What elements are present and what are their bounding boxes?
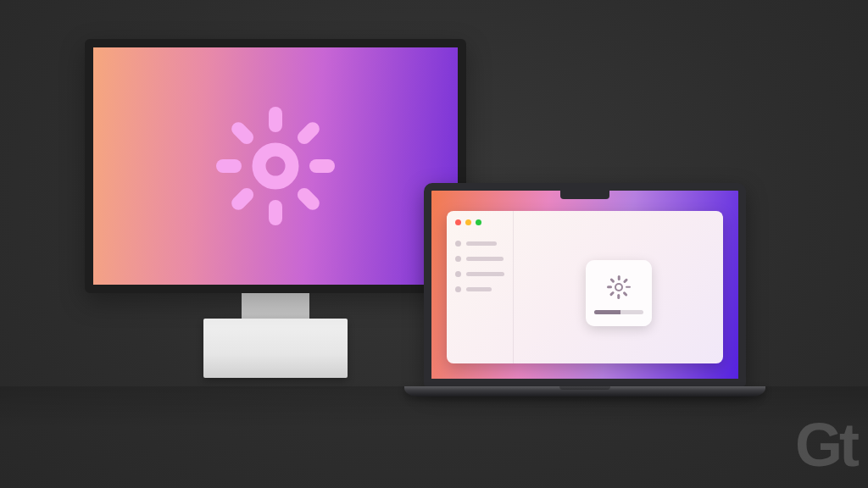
sidebar-item[interactable] xyxy=(455,256,504,262)
laptop-notch xyxy=(560,191,609,199)
brightness-icon xyxy=(604,273,633,302)
laptop xyxy=(424,183,765,396)
sidebar-item[interactable] xyxy=(455,271,504,277)
sidebar-item[interactable] xyxy=(455,241,504,247)
desktop-monitor xyxy=(85,39,466,378)
watermark-logo: Gt xyxy=(795,410,856,480)
app-sidebar xyxy=(447,211,513,363)
brightness-hud xyxy=(586,260,652,326)
close-icon[interactable] xyxy=(455,219,461,225)
brightness-icon xyxy=(195,86,356,247)
zoom-icon[interactable] xyxy=(476,219,481,225)
minimize-icon[interactable] xyxy=(465,219,471,225)
monitor-stand xyxy=(203,319,348,378)
brightness-fill xyxy=(594,310,621,314)
app-main xyxy=(513,211,723,363)
sidebar-item[interactable] xyxy=(455,286,504,292)
laptop-screen xyxy=(424,183,746,386)
monitor-neck xyxy=(242,293,309,319)
brightness-slider[interactable] xyxy=(594,310,643,314)
app-window xyxy=(447,211,723,363)
laptop-base xyxy=(404,386,765,396)
monitor-screen xyxy=(85,39,466,293)
window-traffic-lights[interactable] xyxy=(455,219,504,225)
